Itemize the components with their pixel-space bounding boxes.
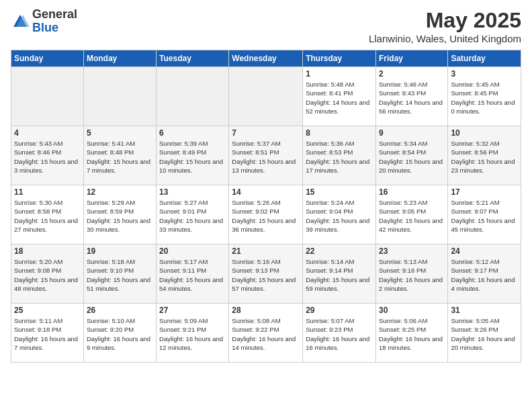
calendar-cell-w2-d0: 11Sunrise: 5:30 AM Sunset: 8:58 PM Dayli… <box>11 185 84 244</box>
day-info-23: Sunrise: 5:13 AM Sunset: 9:16 PM Dayligh… <box>379 257 445 293</box>
calendar-cell-w3-d0: 18Sunrise: 5:20 AM Sunset: 9:08 PM Dayli… <box>11 244 84 304</box>
week-row-1: 4Sunrise: 5:43 AM Sunset: 8:46 PM Daylig… <box>11 126 521 185</box>
day-number-2: 2 <box>379 69 445 79</box>
day-number-10: 10 <box>451 128 518 138</box>
calendar-cell-w1-d1: 5Sunrise: 5:41 AM Sunset: 8:48 PM Daylig… <box>83 126 156 185</box>
calendar-cell-w0-d6: 3Sunrise: 5:45 AM Sunset: 8:45 PM Daylig… <box>448 67 521 126</box>
day-info-31: Sunrise: 5:05 AM Sunset: 9:26 PM Dayligh… <box>451 316 518 352</box>
day-info-2: Sunrise: 5:46 AM Sunset: 8:43 PM Dayligh… <box>379 80 445 116</box>
day-info-28: Sunrise: 5:08 AM Sunset: 9:22 PM Dayligh… <box>232 316 300 352</box>
calendar-cell-w4-d0: 25Sunrise: 5:11 AM Sunset: 9:18 PM Dayli… <box>11 304 84 363</box>
header-thursday: Thursday <box>303 50 376 67</box>
day-info-5: Sunrise: 5:41 AM Sunset: 8:48 PM Dayligh… <box>87 139 153 175</box>
day-info-9: Sunrise: 5:34 AM Sunset: 8:54 PM Dayligh… <box>379 139 445 175</box>
calendar-cell-w2-d1: 12Sunrise: 5:29 AM Sunset: 8:59 PM Dayli… <box>83 185 156 244</box>
calendar-cell-w4-d2: 27Sunrise: 5:09 AM Sunset: 9:21 PM Dayli… <box>157 304 229 363</box>
week-row-0: 1Sunrise: 5:48 AM Sunset: 8:41 PM Daylig… <box>11 67 521 126</box>
calendar-cell-w0-d0 <box>11 67 84 126</box>
header: General Blue May 2025 Llanwinio, Wales, … <box>11 8 521 44</box>
day-number-12: 12 <box>87 187 153 197</box>
calendar-cell-w4-d6: 31Sunrise: 5:05 AM Sunset: 9:26 PM Dayli… <box>448 304 521 363</box>
day-number-31: 31 <box>451 306 518 315</box>
calendar-cell-w1-d5: 9Sunrise: 5:34 AM Sunset: 8:54 PM Daylig… <box>375 126 447 185</box>
day-info-4: Sunrise: 5:43 AM Sunset: 8:46 PM Dayligh… <box>14 139 81 175</box>
day-number-13: 13 <box>159 187 226 197</box>
day-number-4: 4 <box>14 128 81 138</box>
day-number-17: 17 <box>451 187 518 197</box>
calendar-cell-w1-d4: 8Sunrise: 5:36 AM Sunset: 8:53 PM Daylig… <box>303 126 376 185</box>
calendar-cell-w1-d2: 6Sunrise: 5:39 AM Sunset: 8:49 PM Daylig… <box>157 126 229 185</box>
day-number-21: 21 <box>232 246 300 256</box>
day-number-3: 3 <box>451 69 518 79</box>
day-number-5: 5 <box>87 128 153 138</box>
day-number-16: 16 <box>379 187 445 197</box>
calendar-cell-w3-d1: 19Sunrise: 5:18 AM Sunset: 9:10 PM Dayli… <box>83 244 156 304</box>
week-row-3: 18Sunrise: 5:20 AM Sunset: 9:08 PM Dayli… <box>11 244 521 304</box>
day-info-15: Sunrise: 5:24 AM Sunset: 9:04 PM Dayligh… <box>306 198 373 234</box>
calendar-cell-w1-d6: 10Sunrise: 5:32 AM Sunset: 8:56 PM Dayli… <box>448 126 521 185</box>
day-number-29: 29 <box>306 306 373 315</box>
day-info-16: Sunrise: 5:23 AM Sunset: 9:05 PM Dayligh… <box>379 198 445 234</box>
day-info-22: Sunrise: 5:14 AM Sunset: 9:14 PM Dayligh… <box>306 257 373 293</box>
weekday-header-row: Sunday Monday Tuesday Wednesday Thursday… <box>11 50 521 67</box>
calendar-cell-w4-d5: 30Sunrise: 5:06 AM Sunset: 9:25 PM Dayli… <box>375 304 447 363</box>
title-area: May 2025 Llanwinio, Wales, United Kingdo… <box>369 8 521 44</box>
day-number-26: 26 <box>87 306 153 315</box>
logo-blue: Blue <box>32 21 77 35</box>
calendar: Sunday Monday Tuesday Wednesday Thursday… <box>11 50 521 363</box>
calendar-cell-w0-d5: 2Sunrise: 5:46 AM Sunset: 8:43 PM Daylig… <box>375 67 447 126</box>
day-number-27: 27 <box>159 306 226 315</box>
day-info-12: Sunrise: 5:29 AM Sunset: 8:59 PM Dayligh… <box>87 198 153 234</box>
calendar-cell-w0-d1 <box>83 67 156 126</box>
logo-icon <box>11 12 30 31</box>
calendar-cell-w2-d3: 14Sunrise: 5:26 AM Sunset: 9:02 PM Dayli… <box>229 185 303 244</box>
day-number-18: 18 <box>14 246 81 256</box>
calendar-cell-w0-d4: 1Sunrise: 5:48 AM Sunset: 8:41 PM Daylig… <box>303 67 376 126</box>
month-title: May 2025 <box>369 8 521 33</box>
day-info-21: Sunrise: 5:16 AM Sunset: 9:13 PM Dayligh… <box>232 257 300 293</box>
day-info-3: Sunrise: 5:45 AM Sunset: 8:45 PM Dayligh… <box>451 80 518 116</box>
calendar-cell-w0-d2 <box>157 67 229 126</box>
day-info-13: Sunrise: 5:27 AM Sunset: 9:01 PM Dayligh… <box>159 198 226 234</box>
day-info-1: Sunrise: 5:48 AM Sunset: 8:41 PM Dayligh… <box>306 80 373 116</box>
day-number-25: 25 <box>14 306 81 315</box>
calendar-cell-w4-d4: 29Sunrise: 5:07 AM Sunset: 9:23 PM Dayli… <box>303 304 376 363</box>
day-info-20: Sunrise: 5:17 AM Sunset: 9:11 PM Dayligh… <box>159 257 226 293</box>
day-number-8: 8 <box>306 128 373 138</box>
day-info-11: Sunrise: 5:30 AM Sunset: 8:58 PM Dayligh… <box>14 198 81 234</box>
day-number-30: 30 <box>379 306 445 315</box>
calendar-cell-w1-d0: 4Sunrise: 5:43 AM Sunset: 8:46 PM Daylig… <box>11 126 84 185</box>
logo: General Blue <box>11 8 77 35</box>
calendar-cell-w4-d1: 26Sunrise: 5:10 AM Sunset: 9:20 PM Dayli… <box>83 304 156 363</box>
day-info-8: Sunrise: 5:36 AM Sunset: 8:53 PM Dayligh… <box>306 139 373 175</box>
day-number-14: 14 <box>232 187 300 197</box>
day-info-25: Sunrise: 5:11 AM Sunset: 9:18 PM Dayligh… <box>14 316 81 352</box>
calendar-cell-w3-d2: 20Sunrise: 5:17 AM Sunset: 9:11 PM Dayli… <box>157 244 229 304</box>
page: General Blue May 2025 Llanwinio, Wales, … <box>0 0 532 411</box>
calendar-cell-w2-d6: 17Sunrise: 5:21 AM Sunset: 9:07 PM Dayli… <box>448 185 521 244</box>
day-number-6: 6 <box>159 128 226 138</box>
day-number-7: 7 <box>232 128 300 138</box>
calendar-cell-w3-d4: 22Sunrise: 5:14 AM Sunset: 9:14 PM Dayli… <box>303 244 376 304</box>
day-info-18: Sunrise: 5:20 AM Sunset: 9:08 PM Dayligh… <box>14 257 81 293</box>
day-number-23: 23 <box>379 246 445 256</box>
header-saturday: Saturday <box>448 50 521 67</box>
header-friday: Friday <box>375 50 447 67</box>
day-number-28: 28 <box>232 306 300 315</box>
logo-general: General <box>32 8 77 21</box>
calendar-cell-w3-d6: 24Sunrise: 5:12 AM Sunset: 9:17 PM Dayli… <box>448 244 521 304</box>
week-row-2: 11Sunrise: 5:30 AM Sunset: 8:58 PM Dayli… <box>11 185 521 244</box>
day-number-1: 1 <box>306 69 373 79</box>
calendar-cell-w3-d5: 23Sunrise: 5:13 AM Sunset: 9:16 PM Dayli… <box>375 244 447 304</box>
day-info-19: Sunrise: 5:18 AM Sunset: 9:10 PM Dayligh… <box>87 257 153 293</box>
calendar-cell-w1-d3: 7Sunrise: 5:37 AM Sunset: 8:51 PM Daylig… <box>229 126 303 185</box>
day-number-20: 20 <box>159 246 226 256</box>
day-info-26: Sunrise: 5:10 AM Sunset: 9:20 PM Dayligh… <box>87 316 153 352</box>
calendar-cell-w2-d2: 13Sunrise: 5:27 AM Sunset: 9:01 PM Dayli… <box>157 185 229 244</box>
day-info-29: Sunrise: 5:07 AM Sunset: 9:23 PM Dayligh… <box>306 316 373 352</box>
day-number-15: 15 <box>306 187 373 197</box>
day-info-10: Sunrise: 5:32 AM Sunset: 8:56 PM Dayligh… <box>451 139 518 175</box>
logo-text: General Blue <box>32 8 77 35</box>
header-sunday: Sunday <box>11 50 84 67</box>
location: Llanwinio, Wales, United Kingdom <box>369 33 521 44</box>
